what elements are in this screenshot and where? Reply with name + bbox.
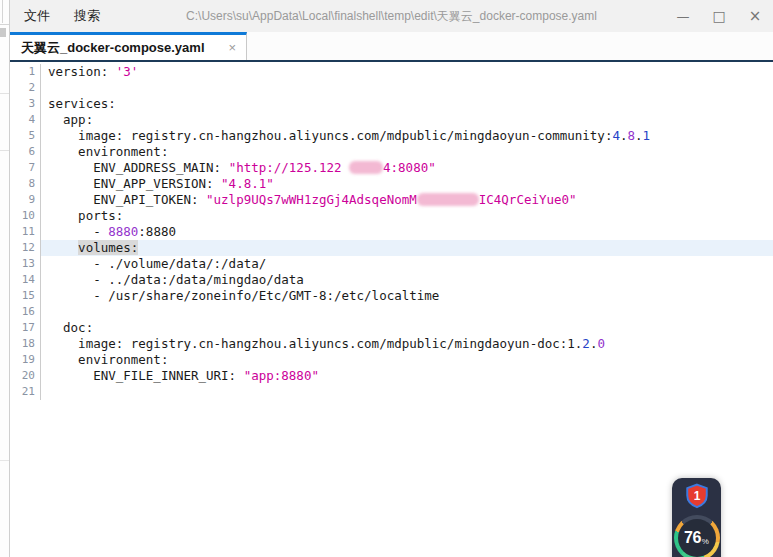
code-line[interactable]: 9 ENV_API_TOKEN: "uzlp9UQs7wWH1zgGj4Adsq… — [10, 192, 773, 208]
maximize-button[interactable]: □ — [701, 0, 737, 32]
code-text: doc: — [48, 320, 93, 335]
code-lines: 1version: '3'23services:4 app:5 image: r… — [10, 64, 773, 400]
code-line-content: - /usr/share/zoneinfo/Etc/GMT-8:/etc/loc… — [41, 288, 773, 304]
code-text: ports: — [48, 208, 123, 223]
code-line[interactable]: 6 environment: — [10, 144, 773, 160]
code-string: "http://125.122 — [229, 160, 349, 175]
code-text — [48, 240, 78, 255]
code-line[interactable]: 11 - 8880:8880 — [10, 224, 773, 240]
code-line[interactable]: 21 — [10, 384, 773, 400]
code-line-content: ENV_FILE_INNER_URI: "app:8880" — [41, 368, 773, 384]
line-number: 15 — [10, 288, 41, 304]
score-percent-sign: % — [702, 537, 709, 546]
code-line[interactable]: 20 ENV_FILE_INNER_URI: "app:8880" — [10, 368, 773, 384]
code-text: 1 — [643, 128, 651, 143]
code-line-content: doc: — [41, 320, 773, 336]
code-text: environment: — [48, 144, 168, 159]
line-number: 9 — [10, 192, 41, 208]
code-line-content: environment: — [41, 144, 773, 160]
close-button[interactable]: × — [737, 0, 773, 32]
bg-window-text-fragment — [0, 28, 6, 37]
code-line-content: - ./volume/data/:/data/ — [41, 256, 773, 272]
line-number: 5 — [10, 128, 41, 144]
code-line-content — [41, 384, 773, 400]
code-line-content — [41, 304, 773, 320]
code-text: image: registry.cn-hangzhou.aliyuncs.com… — [48, 336, 567, 351]
tab-close-icon[interactable]: × — [226, 40, 238, 55]
code-text: - /usr/share/zoneinfo/Etc/GMT-8:/etc/loc… — [48, 288, 439, 303]
code-text: 1 — [567, 336, 575, 351]
code-line-content: ENV_ADDRESS_MAIN: "http://125.122 4:8080… — [41, 160, 773, 176]
code-line-content — [41, 80, 773, 96]
code-line[interactable]: 4 app: — [10, 112, 773, 128]
security-float-widget[interactable]: 1 76 % — [672, 478, 721, 557]
code-line[interactable]: 19 environment: — [10, 352, 773, 368]
code-text: ENV_API_TOKEN: — [48, 192, 206, 207]
code-line[interactable]: 8 ENV_APP_VERSION: "4.8.1" — [10, 176, 773, 192]
tab-docker-compose[interactable]: 天翼云_docker-compose.yaml × — [10, 32, 247, 60]
code-line[interactable]: 1version: '3' — [10, 64, 773, 80]
code-line[interactable]: 18 image: registry.cn-hangzhou.aliyuncs.… — [10, 336, 773, 352]
code-text: . — [635, 128, 643, 143]
tab-label: 天翼云_docker-compose.yaml — [21, 39, 205, 57]
code-line-content: environment: — [41, 352, 773, 368]
line-number: 4 — [10, 112, 41, 128]
code-line-content: image: registry.cn-hangzhou.aliyuncs.com… — [41, 336, 773, 352]
line-number: 1 — [10, 64, 41, 80]
line-number: 7 — [10, 160, 41, 176]
code-line[interactable]: 2 — [10, 80, 773, 96]
window-title-path: C:\Users\su\AppData\Local\finalshell\tem… — [186, 8, 597, 25]
code-line-content: image: registry.cn-hangzhou.aliyuncs.com… — [41, 128, 773, 144]
code-line-content: volumes: — [41, 240, 773, 256]
code-text: image: registry.cn-hangzhou.aliyuncs.com… — [48, 128, 612, 143]
code-line[interactable]: 14 - ../data:/data/mingdao/data — [10, 272, 773, 288]
line-number: 3 — [10, 96, 41, 112]
code-line[interactable]: 17 doc: — [10, 320, 773, 336]
code-text: - — [48, 224, 108, 239]
code-line[interactable]: 5 image: registry.cn-hangzhou.aliyuncs.c… — [10, 128, 773, 144]
line-number: 13 — [10, 256, 41, 272]
background-window-sliver — [0, 0, 9, 557]
code-line[interactable]: 15 - /usr/share/zoneinfo/Etc/GMT-8:/etc/… — [10, 288, 773, 304]
menu-search[interactable]: 搜索 — [62, 0, 112, 32]
code-line-content: ENV_APP_VERSION: "4.8.1" — [41, 176, 773, 192]
code-text: ENV_APP_VERSION: — [48, 176, 221, 191]
code-text: ENV_ADDRESS_MAIN: — [48, 160, 229, 175]
line-number: 21 — [10, 384, 41, 400]
code-line[interactable]: 13 - ./volume/data/:/data/ — [10, 256, 773, 272]
code-text: services: — [48, 96, 116, 111]
line-number: 12 — [10, 240, 41, 256]
code-line[interactable]: 10 ports: — [10, 208, 773, 224]
score-value: 76 — [684, 529, 701, 547]
alert-count: 1 — [693, 489, 700, 503]
score-gauge[interactable]: 76 % — [674, 515, 720, 557]
code-text: :8880 — [138, 224, 176, 239]
line-number: 2 — [10, 80, 41, 96]
bg-window-border-fragment — [2, 0, 3, 23]
code-editor[interactable]: 1version: '3'23services:4 app:5 image: r… — [10, 62, 773, 557]
menu-bar: 文件 搜索 C:\Users\su\AppData\Local\finalshe… — [10, 0, 773, 32]
code-text: 4 — [612, 128, 620, 143]
line-number: 18 — [10, 336, 41, 352]
line-number: 19 — [10, 352, 41, 368]
screenshot-root: 文件 搜索 C:\Users\su\AppData\Local\finalshe… — [0, 0, 773, 557]
code-line[interactable]: 12 volumes: — [10, 240, 773, 256]
code-line[interactable]: 16 — [10, 304, 773, 320]
code-string: 4:8080" — [383, 160, 436, 175]
bg-window-border-fragment — [0, 93, 9, 94]
code-text: 8880 — [108, 224, 138, 239]
code-line[interactable]: 7 ENV_ADDRESS_MAIN: "http://125.122 4:80… — [10, 160, 773, 176]
code-text: environment: — [48, 352, 168, 367]
code-line-content: ENV_API_TOKEN: "uzlp9UQs7wWH1zgGj4AdsqeN… — [41, 192, 773, 208]
menu-file[interactable]: 文件 — [10, 0, 62, 32]
line-number: 16 — [10, 304, 41, 320]
minimize-button[interactable]: — — [665, 0, 701, 32]
code-text: app: — [48, 112, 93, 127]
code-text: 2 — [582, 336, 590, 351]
code-line[interactable]: 3services: — [10, 96, 773, 112]
bg-window-border-fragment — [0, 460, 9, 461]
code-text: - ../data:/data/mingdao/data — [48, 272, 304, 287]
alert-shield-icon[interactable]: 1 — [684, 483, 710, 509]
bg-window-border-fragment — [0, 150, 9, 151]
code-text: volumes: — [78, 240, 138, 255]
